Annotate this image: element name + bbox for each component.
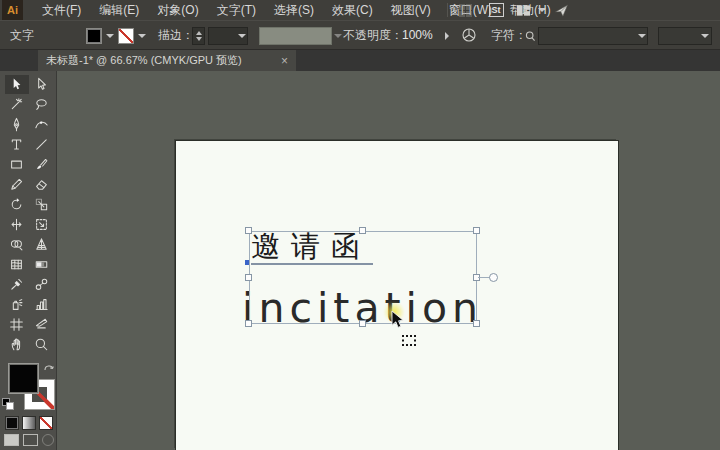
hand-tool[interactable] (5, 335, 29, 354)
menu-item-view-menu[interactable]: 视图(V) (382, 0, 440, 20)
zoom-tool[interactable] (30, 335, 54, 354)
handle-top-right[interactable] (473, 227, 480, 234)
gradient-tool[interactable] (30, 255, 54, 274)
pencil-tool[interactable] (5, 175, 29, 194)
handle-bottom-right[interactable] (473, 320, 480, 327)
none-mode-button[interactable] (39, 416, 53, 430)
blend-tool[interactable] (30, 275, 54, 294)
curvature-tool[interactable] (30, 115, 54, 134)
context-label: 文字 (10, 21, 34, 50)
fill-chevron-icon[interactable] (106, 34, 114, 38)
handle-mid-left[interactable] (245, 274, 252, 281)
artboard-tool[interactable] (5, 315, 29, 334)
shape-builder-tool[interactable] (5, 235, 29, 254)
stroke-color-swatch[interactable] (118, 28, 134, 44)
mesh-tool[interactable] (5, 255, 29, 274)
canvas-area[interactable]: 邀请函 incitation (57, 71, 720, 450)
direct-selection-tool[interactable] (30, 75, 54, 94)
selection-bounding-box[interactable] (249, 231, 477, 324)
paintbrush-tool[interactable] (30, 155, 54, 174)
tab-bar: 未标题-1* @ 66.67% (CMYK/GPU 预览) × (0, 50, 720, 71)
handle-bottom-mid[interactable] (359, 320, 366, 327)
tools-panel (0, 71, 57, 450)
font-search-field[interactable] (538, 27, 648, 45)
width-tool[interactable] (5, 215, 29, 234)
lasso-tool[interactable] (30, 95, 54, 114)
slice-tool[interactable] (30, 315, 54, 334)
magic-wand-tool[interactable] (5, 95, 29, 114)
fill-swatch[interactable] (8, 363, 39, 394)
menu-item-select-menu[interactable]: 选择(S) (265, 0, 323, 20)
font-style-chevron-icon[interactable] (701, 34, 709, 38)
type-tool[interactable] (5, 135, 29, 154)
free-transform-tool[interactable] (30, 215, 54, 234)
swap-fill-stroke-icon[interactable] (43, 358, 55, 376)
menubar-divider (447, 3, 448, 17)
fill-color-swatch[interactable] (86, 28, 102, 44)
font-list-chevron-icon[interactable] (638, 34, 646, 38)
stroke-chevron-icon[interactable] (138, 34, 146, 38)
eyedropper-tool[interactable] (5, 275, 29, 294)
menu-items: 文件(F)编辑(E)对象(O)文字(T)选择(S)效果(C)视图(V)窗口(W)… (33, 0, 560, 20)
search-icon[interactable] (522, 28, 538, 44)
workspace-switcher-icon[interactable] (515, 2, 531, 18)
control-bar: 文字 描边： 不透明度： 100% 字符： (0, 20, 720, 50)
stroke-label: 描边： (158, 21, 194, 50)
menu-item-type-menu[interactable]: 文字(T) (208, 0, 265, 20)
menu-item-effect-menu[interactable]: 效果(C) (323, 0, 382, 20)
document-tab[interactable]: 未标题-1* @ 66.67% (CMYK/GPU 预览) × (38, 50, 296, 71)
default-swatches-icon[interactable] (2, 398, 14, 410)
perspective-grid-tool[interactable] (30, 235, 54, 254)
gradient-mode-button[interactable] (22, 416, 36, 430)
close-tab-icon[interactable]: × (281, 55, 288, 67)
menu-item-object-menu[interactable]: 对象(O) (148, 0, 207, 20)
pen-tool[interactable] (5, 115, 29, 134)
draw-normal-icon[interactable] (4, 434, 19, 446)
app-logo: Ai (2, 0, 23, 20)
opacity-expand-icon[interactable] (445, 32, 449, 40)
menu-item-file-menu[interactable]: 文件(F) (33, 0, 90, 20)
profile-chevron-icon[interactable] (334, 34, 342, 38)
toolbar-tools (4, 74, 54, 354)
scale-tool[interactable] (30, 195, 54, 214)
color-mode-button[interactable] (5, 416, 19, 430)
move-dots-icon (402, 332, 416, 350)
document-title: 未标题-1* @ 66.67% (CMYK/GPU 预览) (46, 53, 242, 68)
stroke-weight-chevron-icon[interactable] (238, 34, 246, 38)
menu-bar: Ai 文件(F)编辑(E)对象(O)文字(T)选择(S)效果(C)视图(V)窗口… (0, 0, 720, 20)
opacity-value[interactable]: 100% (402, 21, 433, 50)
adobe-stock-icon[interactable]: St (488, 2, 504, 18)
opacity-label: 不透明度： (343, 21, 403, 50)
chevron-down-icon[interactable] (534, 2, 550, 18)
draw-behind-icon[interactable] (23, 434, 38, 446)
rectangle-tool[interactable] (5, 155, 29, 174)
handle-top-mid[interactable] (359, 227, 366, 234)
rotate-tool[interactable] (5, 195, 29, 214)
side-handle-circle[interactable] (489, 273, 498, 282)
recolor-artwork-icon[interactable] (461, 27, 477, 43)
stroke-weight-stepper[interactable] (192, 27, 205, 45)
selection-tool[interactable] (5, 75, 29, 94)
arrange-documents-icon[interactable] (457, 2, 473, 18)
handle-bottom-left[interactable] (245, 320, 252, 327)
mouse-cursor-icon (391, 310, 405, 334)
eraser-tool[interactable] (30, 175, 54, 194)
width-profile-dropdown[interactable] (259, 27, 332, 45)
draw-inside-icon[interactable] (42, 434, 54, 446)
symbol-sprayer-tool[interactable] (5, 295, 29, 314)
line-segment-tool[interactable] (30, 135, 54, 154)
share-icon[interactable] (553, 2, 569, 18)
menu-item-edit-menu[interactable]: 编辑(E) (90, 0, 148, 20)
handle-top-left[interactable] (245, 227, 252, 234)
column-graph-tool[interactable] (30, 295, 54, 314)
